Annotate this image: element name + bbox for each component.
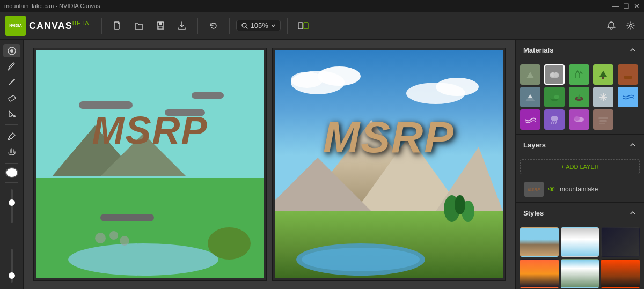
- cloud-2: [318, 66, 361, 86]
- material-snow[interactable]: [593, 87, 613, 107]
- svg-line-33: [551, 121, 552, 124]
- fill-tool-button[interactable]: [3, 107, 20, 120]
- styles-header[interactable]: Styles: [516, 203, 644, 223]
- material-cloud[interactable]: [544, 64, 565, 85]
- window-controls: — ☐ ✕: [612, 2, 640, 10]
- right-panel: Materials: [515, 40, 644, 289]
- maximize-button[interactable]: ☐: [623, 2, 630, 10]
- svg-rect-20: [624, 76, 632, 79]
- style-dark[interactable]: [601, 227, 640, 257]
- tool-separator-3: [5, 182, 18, 183]
- close-button[interactable]: ✕: [634, 2, 640, 10]
- brush-tool-button[interactable]: [3, 60, 20, 73]
- bush-1: [208, 227, 251, 260]
- layers-header[interactable]: Layers: [516, 135, 644, 155]
- stroke-2: [192, 92, 224, 99]
- materials-header[interactable]: Materials: [516, 40, 644, 60]
- msrp-text-left: MSRP: [92, 108, 208, 152]
- pebble-3: [120, 236, 129, 246]
- tool-separator-1: [5, 124, 18, 125]
- layers-section: Layers + ADD LAYER MSRP 👁 mountainlake: [516, 135, 644, 203]
- layers-title: Layers: [523, 141, 546, 149]
- styles-content: [516, 223, 644, 289]
- rendered-canvas-panel: MSRP: [272, 48, 506, 281]
- opacity-slider[interactable]: [11, 249, 13, 283]
- cloud-tool-button[interactable]: [3, 44, 20, 57]
- nvidia-logo: NVIDIA: [5, 16, 26, 36]
- layer-item-mountainlake[interactable]: MSRP 👁 mountainlake: [520, 179, 640, 200]
- layers-collapse-icon: [629, 141, 636, 149]
- materials-title: Materials: [523, 46, 553, 54]
- sketch-canvas[interactable]: MSRP: [36, 50, 264, 278]
- brush-size-slider[interactable]: [11, 189, 13, 223]
- svg-rect-19: [602, 77, 604, 79]
- title-bar: mountain_lake.can - NVIDIA Canvas — ☐ ✕: [0, 0, 644, 12]
- toolbar-divider-2: [197, 18, 198, 34]
- material-dirt[interactable]: [618, 64, 638, 85]
- svg-point-37: [574, 116, 580, 121]
- color-swatch[interactable]: [5, 167, 18, 178]
- lake: [68, 243, 218, 276]
- toolbar-divider-3: [229, 18, 230, 34]
- material-bush[interactable]: [544, 87, 565, 107]
- svg-point-32: [551, 116, 558, 121]
- svg-marker-27: [577, 94, 581, 99]
- add-layer-button[interactable]: + ADD LAYER: [520, 159, 640, 174]
- left-toolbox: [0, 40, 24, 289]
- svg-point-9: [10, 49, 13, 53]
- svg-marker-18: [599, 71, 607, 77]
- material-mountain[interactable]: [520, 87, 540, 107]
- settings-button[interactable]: [623, 18, 639, 34]
- material-tree[interactable]: [593, 64, 613, 85]
- material-fog[interactable]: [593, 109, 613, 130]
- material-overcast[interactable]: [569, 109, 589, 130]
- minimize-button[interactable]: —: [612, 2, 619, 10]
- svg-point-17: [553, 72, 559, 77]
- layer-thumbnail-mountainlake: MSRP: [524, 182, 544, 197]
- svg-rect-10: [8, 95, 16, 102]
- line-tool-button[interactable]: [3, 76, 20, 89]
- save-file-button[interactable]: [151, 17, 170, 35]
- brush-size-handle[interactable]: [9, 199, 15, 206]
- notification-button[interactable]: [603, 18, 619, 34]
- styles-collapse-icon: [629, 209, 636, 217]
- materials-content: [516, 60, 644, 134]
- material-landscape[interactable]: [520, 64, 540, 85]
- new-file-button[interactable]: [108, 17, 127, 35]
- material-water-stripe[interactable]: [618, 87, 638, 107]
- sketch-svg: [36, 50, 264, 278]
- undo-button[interactable]: [204, 17, 223, 35]
- eyedropper-tool-button[interactable]: [3, 129, 20, 143]
- style-canyon[interactable]: [601, 259, 640, 288]
- svg-rect-38: [598, 117, 608, 119]
- rendered-lake-shine: [302, 248, 420, 271]
- style-sunset[interactable]: [520, 259, 559, 288]
- export-button[interactable]: [173, 17, 191, 35]
- layer-name-mountainlake: mountainlake: [560, 186, 635, 193]
- svg-point-25: [554, 95, 559, 99]
- style-clouds[interactable]: [561, 227, 599, 257]
- material-rain[interactable]: [544, 109, 565, 130]
- svg-rect-5: [298, 23, 303, 29]
- styles-section: Styles: [516, 203, 644, 289]
- open-file-button[interactable]: [130, 17, 148, 35]
- svg-marker-22: [528, 94, 532, 98]
- material-grass[interactable]: [569, 64, 589, 85]
- hand-tool-button[interactable]: [3, 145, 20, 158]
- layers-content: + ADD LAYER MSRP 👁 mountainlake: [516, 159, 644, 200]
- material-water[interactable]: [520, 109, 540, 130]
- svg-marker-14: [526, 72, 534, 78]
- cloud-3: [291, 72, 323, 88]
- style-mountain[interactable]: [520, 227, 559, 257]
- style-geyser[interactable]: [561, 259, 599, 288]
- rendered-canvas[interactable]: MSRP: [275, 50, 503, 278]
- materials-section: Materials: [516, 40, 644, 135]
- svg-rect-2: [159, 22, 162, 25]
- material-island[interactable]: [569, 87, 589, 107]
- zoom-control[interactable]: 105%: [236, 20, 281, 31]
- eraser-tool-button[interactable]: [3, 91, 20, 105]
- opacity-handle[interactable]: [9, 272, 15, 279]
- view-toggle-button[interactable]: [294, 17, 312, 35]
- styles-title: Styles: [523, 209, 544, 217]
- layer-visibility-icon[interactable]: 👁: [548, 185, 555, 194]
